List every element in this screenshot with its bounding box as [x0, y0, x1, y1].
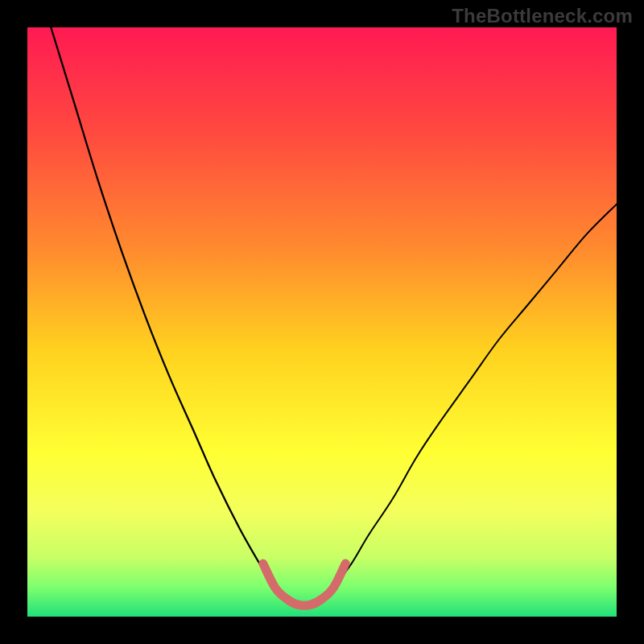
curve-overlay-floor: [263, 564, 346, 605]
plot-area: [27, 27, 617, 617]
watermark-text: TheBottleneck.com: [452, 5, 633, 27]
curve-left-branch: [51, 27, 287, 599]
curve-layer: [27, 27, 617, 617]
chart-frame: TheBottleneck.com: [0, 0, 644, 644]
curve-right-branch: [322, 204, 617, 599]
